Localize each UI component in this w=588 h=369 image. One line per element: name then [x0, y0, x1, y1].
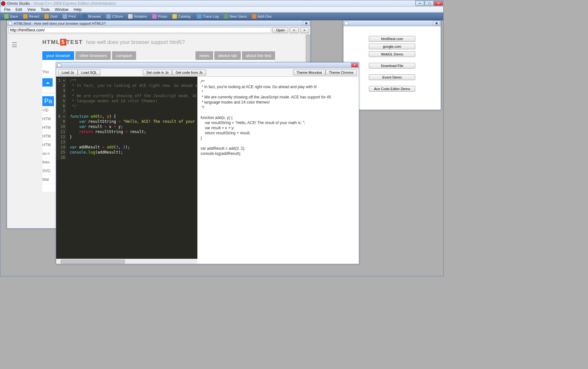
toolbar-label: New Users	[229, 14, 247, 18]
toolbar-add-ons[interactable]: Add-Ons	[249, 13, 274, 20]
toolbar-print[interactable]: Print	[60, 13, 78, 20]
toolbar-cstore[interactable]: CStore	[104, 13, 125, 20]
page-tabs: your browserother browserscomparenewsdev…	[42, 51, 275, 60]
toolbar-trace-log[interactable]: Trace Log	[195, 13, 221, 20]
titlebar: Omnis Studio - Visual C++ 2008 Express E…	[0, 0, 443, 7]
editor-btn-set-code-in-js[interactable]: Set code in Js	[143, 70, 172, 75]
launch-download-file[interactable]: Download File	[369, 63, 415, 69]
launch-google-com[interactable]: google.com	[369, 44, 415, 49]
toolbar-separator	[194, 13, 194, 19]
scroll-thumb[interactable]	[306, 35, 310, 63]
toolbar: SaveRevertDestPrintBrowserCStoreNotation…	[0, 13, 443, 20]
line-number: 9	[56, 119, 65, 124]
toolbar-label: Props	[158, 14, 167, 18]
editor-titlebar[interactable]: ✕	[56, 63, 359, 68]
menu-help[interactable]: Help	[71, 7, 84, 12]
close-button[interactable]: ✕	[434, 1, 443, 6]
menu-view[interactable]: View	[25, 7, 38, 12]
props-icon	[152, 14, 157, 19]
tab-compare[interactable]: compare	[112, 51, 136, 60]
notation-icon	[128, 14, 133, 19]
browser-maximize-button[interactable]: ▣	[303, 21, 310, 25]
tab-device-lab[interactable]: device lab	[214, 51, 241, 60]
horizontal-scrollbar[interactable]	[56, 259, 197, 264]
revert-icon	[23, 14, 28, 19]
line-number: 10	[56, 124, 65, 129]
sysmenu-icon[interactable]	[57, 63, 61, 67]
toolbar-dest[interactable]: Dest	[42, 13, 60, 20]
editor-close-button[interactable]: ✕	[351, 63, 358, 67]
code-line: * We are currently showing off the JavaS…	[70, 93, 195, 98]
line-number: 2	[56, 83, 65, 88]
launch-event-demo[interactable]: Event Demo	[369, 74, 415, 80]
code-lines[interactable]: /** * In fact, you're looking at ACE rig…	[68, 77, 197, 160]
minimize-button[interactable]: ━	[415, 1, 424, 6]
line-number: 7	[56, 109, 65, 114]
sysmenu-icon[interactable]	[345, 21, 348, 25]
menu-tools[interactable]: Tools	[38, 7, 52, 12]
toolbar-label: Catalog	[178, 14, 190, 18]
code-line: /**	[70, 78, 195, 83]
editor-btn-theme-chrome[interactable]: Theme Chrome	[325, 70, 357, 75]
dest-icon	[44, 14, 49, 19]
toolbar-props[interactable]: Props	[150, 13, 170, 20]
hamburger-icon[interactable]: ☰	[12, 41, 17, 49]
sysmenu-icon[interactable]	[8, 21, 12, 25]
code-line: var addResult = add(3, 2);	[70, 145, 195, 150]
menu-file[interactable]: File	[2, 7, 13, 12]
line-number: 8 ▾	[56, 114, 65, 119]
editor-btn-load-js[interactable]: Load Js	[58, 70, 78, 75]
tab-news[interactable]: news	[195, 51, 213, 60]
editor-btn-load-sql[interactable]: Load SQL	[78, 70, 101, 75]
toolbar-catalog[interactable]: Catalog	[170, 13, 193, 20]
add-ons-icon	[252, 14, 256, 19]
toolbar-revert[interactable]: Revert	[21, 13, 42, 20]
toolbar-save[interactable]: Save	[2, 13, 21, 20]
toolbar-new-users[interactable]: New Users	[221, 13, 249, 20]
launch-ace-code-editor-demo[interactable]: Ace Code Editor Demo	[369, 86, 415, 92]
menubar: FileEditViewToolsWindowHelp	[0, 7, 443, 13]
tab-other-browsers[interactable]: other browsers	[75, 51, 111, 60]
toolbar-notation[interactable]: Notation	[125, 13, 150, 20]
toolbar-separator	[79, 13, 79, 19]
line-number: 5	[56, 98, 65, 104]
tab-your-browser[interactable]: your browser	[42, 51, 74, 60]
code-line: return resultString + result;	[70, 129, 195, 134]
print-icon	[63, 14, 67, 19]
code-pane[interactable]: 1 ▾2345678 ▾910111213141516 /** * In fac…	[56, 77, 197, 264]
forward-button[interactable]: >	[300, 27, 309, 33]
line-number: 16	[56, 155, 65, 160]
pa-badge: Pa	[42, 96, 54, 106]
toolbar-label: Dest	[50, 14, 57, 18]
toolbar-browser[interactable]: Browser	[80, 13, 104, 20]
scroll-thumb[interactable]	[61, 260, 125, 264]
open-button[interactable]: Open	[272, 27, 288, 33]
gutter: 1 ▾2345678 ▾910111213141516	[56, 77, 66, 160]
editor-btn-get-code-from-js[interactable]: Get code from Js	[172, 70, 206, 75]
menu-edit[interactable]: Edit	[13, 7, 25, 12]
catalog-icon	[172, 14, 177, 19]
line-number: 3	[56, 88, 65, 93]
new-users-icon	[224, 14, 228, 19]
editor-toolbar: Load JsLoad SQL Set code in JsGet code f…	[56, 68, 359, 77]
launcher-titlebar[interactable]: ▣	[343, 21, 441, 26]
launch-html5test-com[interactable]: html5test.com	[369, 36, 415, 42]
code-line: console.log(addResult);	[70, 150, 195, 155]
editor-btn-theme-monokai[interactable]: Theme Monokai	[293, 70, 325, 75]
launch-webgl-demo[interactable]: WebGL Demo	[369, 51, 415, 57]
toolbar-label: Trace Log	[203, 14, 219, 18]
trace-log-icon	[197, 14, 202, 19]
back-button[interactable]: <	[290, 27, 298, 33]
tab-about-the-test[interactable]: about the test	[242, 51, 275, 60]
menu-window[interactable]: Window	[52, 7, 71, 12]
line-number: 6	[56, 104, 65, 109]
mdi-area: HTML5test - How well does your browser s…	[0, 20, 443, 276]
plain-text-pane[interactable]: /** * In fact, you're looking at ACE rig…	[197, 77, 359, 264]
url-input[interactable]	[8, 27, 271, 33]
url-bar: Open < >	[7, 26, 310, 34]
cstore-icon	[106, 14, 111, 19]
cloud-icon[interactable]: ☁	[42, 78, 53, 87]
maximize-button[interactable]: ▢	[425, 1, 434, 6]
browser-titlebar[interactable]: HTML5test - How well does your browser s…	[7, 21, 310, 26]
launcher-maximize-button[interactable]: ▣	[433, 21, 440, 25]
